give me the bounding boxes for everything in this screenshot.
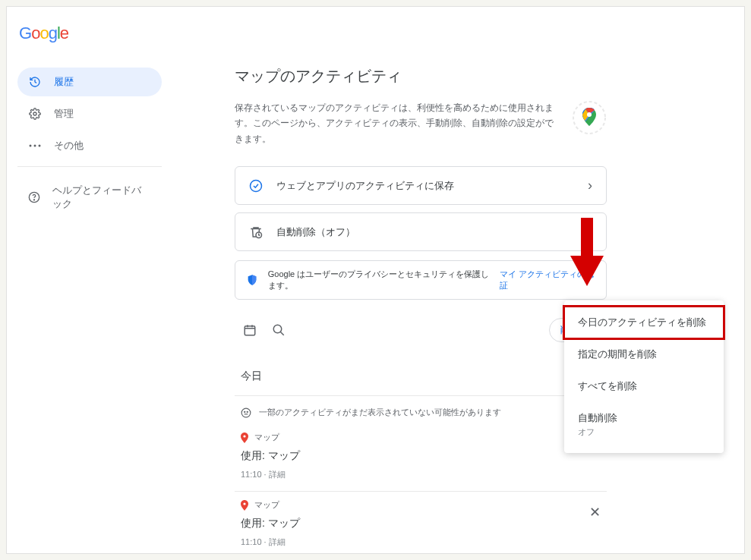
section-header-today: 今日 [235,356,607,396]
maps-pin-icon [241,433,248,443]
shield-icon [246,274,259,286]
svg-point-8 [251,180,262,191]
sidebar: 履歴 管理 その他 ヘルプとフィードバック [17,68,162,222]
sidebar-item-label: その他 [54,139,84,153]
sidebar-item-label: 管理 [54,107,74,121]
more-icon [28,144,42,147]
svg-point-0 [33,112,36,115]
card-label: 自動削除（オフ） [276,225,588,239]
gear-icon [28,108,42,120]
calendar-button[interactable] [239,319,260,341]
dropdown-item-sublabel: オフ [578,426,710,438]
annotation-arrow [570,218,604,286]
activity-app-name: マップ [254,432,279,443]
help-icon [28,191,40,203]
sidebar-item-label: ヘルプとフィードバック [52,184,151,211]
history-icon [28,76,42,88]
card-web-app-activity[interactable]: ウェブとアプリのアクティビティに保存 › [235,166,607,205]
svg-point-15 [243,435,245,437]
dropdown-item-label: 指定の期間を削除 [578,348,657,360]
dropdown-item-label: 今日のアクティビティを削除 [578,316,706,328]
sidebar-divider [17,166,162,167]
activity-app-name: マップ [254,499,279,511]
dropdown-item-delete-range[interactable]: 指定の期間を削除 [564,338,724,370]
toolbar: 削除 [235,318,607,342]
maps-badge-icon [572,100,607,135]
page-description: 保存されているマップのアクティビティは、利便性を高めるために使用されます。このペ… [235,100,560,146]
card-auto-delete[interactable]: 自動削除（オフ） › [235,212,607,251]
delete-dropdown-menu: 今日のアクティビティを削除 指定の期間を削除 すべてを削除 自動削除 オフ [564,300,724,453]
svg-rect-18 [581,218,593,260]
sidebar-item-manage[interactable]: 管理 [17,99,162,128]
main-content: マップのアクティビティ 保存されているマップのアクティビティは、利便性を高めるた… [235,66,607,554]
dropdown-item-delete-all[interactable]: すべてを削除 [564,370,724,402]
activity-time: 11:10 [241,537,262,546]
activity-time: 11:10 [241,470,262,479]
sidebar-item-more[interactable]: その他 [17,131,162,160]
svg-rect-10 [245,326,255,335]
activity-detail-link[interactable]: 詳細 [269,537,286,546]
pending-note: 一部のアクティビティがまだ表示されていない可能性があります [235,396,607,424]
activity-item: マップ 使用: マップ 11:10 · 詳細 ✕ [235,492,607,554]
svg-point-7 [587,112,592,117]
activity-title: 使用: マップ [241,449,601,463]
dropdown-item-label: すべてを削除 [578,380,637,392]
card-label: ウェブとアプリのアクティビティに保存 [276,179,588,193]
activity-item: マップ 使用: マップ 11:10 · 詳細 [235,424,607,492]
page-title: マップのアクティビティ [235,66,607,87]
clock-outline-icon [241,407,251,418]
checkmark-circle-icon [249,179,264,193]
google-logo: Google [19,24,68,43]
search-button[interactable] [268,319,289,341]
privacy-banner: Google はユーザーのプライバシーとセキュリティを保護します。 マイ アクテ… [235,260,607,300]
sidebar-item-label: 履歴 [54,75,74,89]
svg-point-2 [34,145,36,147]
maps-pin-icon [241,500,248,511]
svg-point-11 [273,325,282,333]
banner-text: Google はユーザーのプライバシーとセキュリティを保護します。 [268,269,497,291]
dropdown-item-delete-today[interactable]: 今日のアクティビティを削除 [564,307,724,338]
delete-activity-button[interactable]: ✕ [589,504,601,521]
sidebar-item-history[interactable]: 履歴 [17,68,162,96]
activity-detail-link[interactable]: 詳細 [269,470,286,479]
chevron-right-icon: › [588,178,592,193]
pending-note-text: 一部のアクティビティがまだ表示されていない可能性があります [259,407,501,418]
svg-point-3 [39,145,41,147]
svg-point-12 [241,408,251,417]
svg-point-14 [247,411,248,412]
svg-point-1 [30,145,32,147]
svg-point-13 [245,411,245,412]
svg-point-5 [34,200,35,200]
dropdown-item-label: 自動削除 [578,412,617,423]
svg-point-16 [243,502,245,505]
dropdown-item-auto-delete[interactable]: 自動削除 オフ [564,402,724,447]
activity-title: 使用: マップ [241,517,601,530]
auto-delete-icon [249,225,264,239]
sidebar-item-help[interactable]: ヘルプとフィードバック [17,176,162,219]
